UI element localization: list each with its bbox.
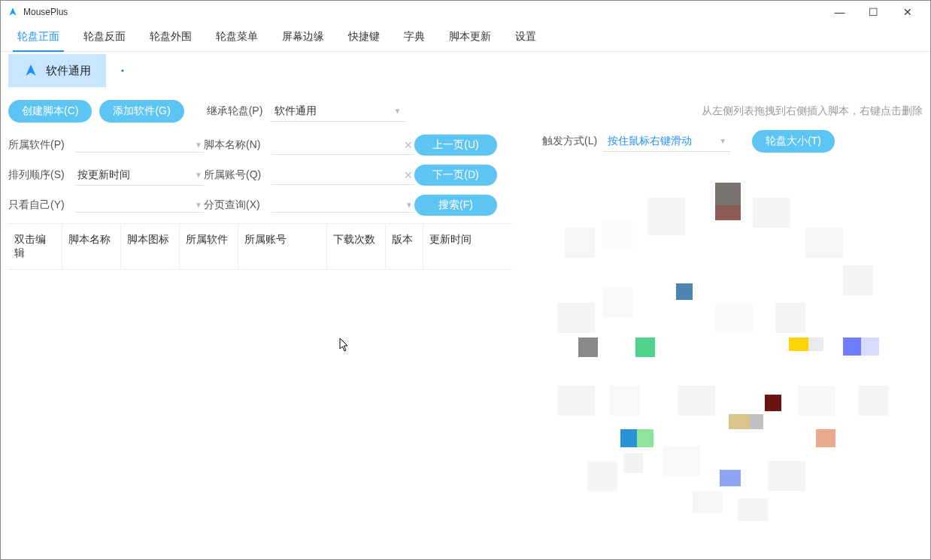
- wheel-slot[interactable]: [557, 386, 595, 416]
- wheel-slot[interactable]: [620, 429, 637, 447]
- wheel-slot[interactable]: [565, 228, 595, 258]
- trigger-value: 按住鼠标右键滑动: [608, 135, 692, 148]
- search-button[interactable]: 搜索(F): [414, 195, 497, 216]
- menu-dictionary[interactable]: 字典: [399, 23, 429, 52]
- wheel-slot[interactable]: [843, 338, 861, 356]
- wheel-slot[interactable]: [578, 338, 598, 357]
- left-panel: 所属软件(P) ▼ 脚本名称(N) ✕ 上一页(U) 排列顺序(S) 按更新时: [8, 130, 512, 521]
- trigger-row: 触发方式(L) 按住鼠标右键滑动 ▼ 轮盘大小(T): [542, 130, 923, 153]
- subtab-label: 软件通用: [46, 64, 91, 78]
- wheel-slot[interactable]: [816, 429, 835, 447]
- belong-software-select[interactable]: ▼: [76, 138, 204, 153]
- wheel-slot[interactable]: [715, 303, 753, 333]
- next-page-button[interactable]: 下一页(D): [414, 165, 497, 186]
- wheel-slot[interactable]: [635, 338, 655, 357]
- wheel-slot[interactable]: [808, 338, 823, 351]
- wheel-slot[interactable]: [789, 338, 808, 351]
- th-dblclick-edit[interactable]: 双击编辑: [8, 224, 62, 269]
- wheel-slot[interactable]: [738, 498, 768, 521]
- wheel-slot[interactable]: [637, 429, 654, 447]
- th-download-count[interactable]: 下载次数: [327, 224, 386, 269]
- wheel-slot[interactable]: [750, 414, 763, 429]
- chevron-down-icon: ▼: [195, 201, 202, 209]
- belong-software-label: 所属软件(P): [8, 138, 76, 152]
- menu-wheel-menu[interactable]: 轮盘菜单: [211, 23, 262, 52]
- wheel-preview[interactable]: [542, 160, 903, 521]
- menu-hotkey[interactable]: 快捷键: [344, 23, 384, 52]
- right-panel: 触发方式(L) 按住鼠标右键滑动 ▼ 轮盘大小(T): [512, 130, 923, 521]
- trigger-label: 触发方式(L): [542, 135, 597, 148]
- subtab-software-universal[interactable]: 软件通用: [8, 54, 106, 87]
- wheel-slot[interactable]: [729, 414, 750, 429]
- sub-tabs: 软件通用: [1, 52, 930, 89]
- wheel-slot[interactable]: [753, 198, 790, 228]
- menu-wheel-outer[interactable]: 轮盘外围: [145, 23, 196, 52]
- wheel-slot[interactable]: [693, 491, 723, 513]
- th-belong-account[interactable]: 所属账号: [238, 224, 327, 269]
- menu-screen-edge[interactable]: 屏幕边缘: [277, 23, 329, 52]
- titlebar: MousePlus — ☐ ✕: [1, 1, 930, 23]
- sort-order-label: 排列顺序(S): [8, 168, 76, 182]
- window-title: MousePlus: [23, 7, 823, 17]
- clear-icon[interactable]: ✕: [404, 139, 413, 151]
- chevron-down-icon: ▼: [393, 107, 401, 115]
- prev-page-button[interactable]: 上一页(U): [414, 135, 497, 156]
- subtab-app-icon[interactable]: [106, 54, 139, 87]
- wheel-slot[interactable]: [798, 386, 835, 416]
- drag-hint: 从左侧列表拖拽到右侧插入脚本，右键点击删除: [702, 104, 923, 118]
- menu-script-update[interactable]: 脚本更新: [444, 23, 496, 52]
- script-name-input[interactable]: ✕: [271, 136, 414, 155]
- wheel-slot[interactable]: [610, 386, 640, 416]
- close-button[interactable]: ✕: [890, 2, 924, 23]
- clear-icon[interactable]: ✕: [404, 169, 413, 181]
- chevron-down-icon: ▼: [195, 171, 202, 179]
- inherit-wheel-select[interactable]: 软件通用 ▼: [270, 101, 405, 122]
- chevron-down-icon: ▼: [195, 141, 202, 149]
- page-query-select[interactable]: ▼: [271, 198, 414, 213]
- wheel-slot[interactable]: [861, 338, 879, 356]
- wheel-slot[interactable]: [715, 205, 741, 220]
- wheel-slot[interactable]: [676, 283, 693, 300]
- wheel-slot[interactable]: [720, 470, 741, 486]
- wheel-slot[interactable]: [843, 265, 873, 295]
- table-header: 双击编辑 脚本名称 脚本图标 所属软件 所属账号 下载次数 版本 更新时间: [8, 223, 512, 270]
- wheel-slot[interactable]: [768, 461, 805, 491]
- belong-account-label: 所属账号(Q): [204, 168, 271, 182]
- add-software-button[interactable]: 添加软件(G): [99, 100, 183, 123]
- wheel-slot[interactable]: [775, 303, 805, 333]
- wheel-slot[interactable]: [805, 228, 843, 258]
- wheel-slot[interactable]: [557, 303, 595, 333]
- wheel-slot[interactable]: [623, 453, 643, 473]
- belong-account-input[interactable]: ✕: [271, 166, 414, 185]
- maximize-button[interactable]: ☐: [857, 2, 890, 23]
- sort-order-select[interactable]: 按更新时间 ▼: [76, 165, 204, 186]
- wheel-slot[interactable]: [858, 386, 888, 416]
- toolbar: 创建脚本(C) 添加软件(G) 继承轮盘(P) 软件通用 ▼ 从左侧列表拖拽到右…: [1, 89, 930, 130]
- only-self-label: 只看自己(Y): [8, 198, 76, 212]
- th-script-icon[interactable]: 脚本图标: [121, 224, 180, 269]
- th-script-name[interactable]: 脚本名称: [62, 224, 121, 269]
- app-icon: [7, 6, 19, 18]
- wheel-slot[interactable]: [678, 386, 715, 416]
- wheel-slot[interactable]: [765, 395, 781, 411]
- wheel-slot[interactable]: [647, 198, 685, 235]
- menu-wheel-front[interactable]: 轮盘正面: [13, 23, 64, 52]
- menu-settings[interactable]: 设置: [511, 23, 541, 52]
- chevron-down-icon: ▼: [405, 201, 413, 209]
- th-update-time[interactable]: 更新时间: [423, 224, 496, 269]
- wheel-slot[interactable]: [587, 461, 617, 491]
- minimize-button[interactable]: —: [823, 2, 857, 23]
- wheel-slot[interactable]: [663, 446, 700, 476]
- wheel-slot[interactable]: [602, 288, 632, 318]
- wheel-size-button[interactable]: 轮盘大小(T): [752, 130, 835, 153]
- menu-wheel-back[interactable]: 轮盘反面: [79, 23, 130, 52]
- th-version[interactable]: 版本: [386, 224, 423, 269]
- th-belong-software[interactable]: 所属软件: [180, 224, 238, 269]
- wheel-slot[interactable]: [602, 220, 632, 250]
- wheel-slot[interactable]: [715, 183, 741, 205]
- inherit-wheel-value: 软件通用: [274, 104, 317, 118]
- arrow-icon: [23, 63, 38, 78]
- create-script-button[interactable]: 创建脚本(C): [8, 100, 92, 123]
- trigger-select[interactable]: 按住鼠标右键滑动 ▼: [603, 132, 731, 152]
- only-self-select[interactable]: ▼: [76, 198, 204, 213]
